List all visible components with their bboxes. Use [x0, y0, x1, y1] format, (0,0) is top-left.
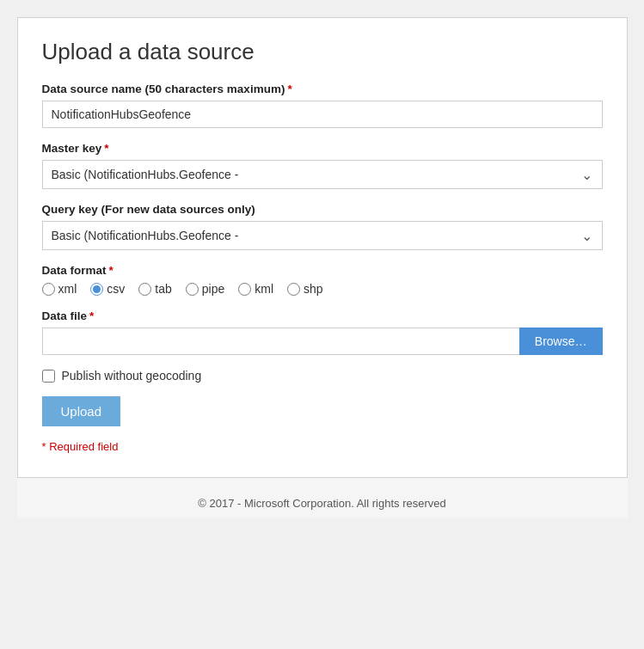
upload-button[interactable]: Upload — [42, 396, 121, 426]
page-wrapper: Upload a data source Data source name (5… — [17, 17, 628, 518]
radio-label-pipe: pipe — [202, 282, 224, 296]
data-format-label: Data format* — [42, 264, 603, 277]
data-format-group: Data format* xml csv tab pipe — [42, 264, 603, 296]
master-key-select-wrapper: Basic (NotificationHubs.Geofence - ⌄ — [42, 160, 603, 189]
master-key-select[interactable]: Basic (NotificationHubs.Geofence - — [42, 160, 603, 189]
footer: © 2017 - Microsoft Corporation. All righ… — [17, 478, 628, 518]
data-file-input[interactable] — [42, 328, 519, 355]
data-file-group: Data file* Browse… — [42, 309, 603, 355]
publish-geocoding-checkbox[interactable] — [42, 370, 55, 383]
master-key-group: Master key* Basic (NotificationHubs.Geof… — [42, 142, 603, 189]
radio-pipe[interactable] — [186, 283, 199, 296]
radio-label-tab: tab — [155, 282, 171, 296]
radio-kml[interactable] — [238, 283, 251, 296]
radio-item-shp[interactable]: shp — [287, 282, 323, 296]
query-key-select[interactable]: Basic (NotificationHubs.Geofence - — [42, 221, 603, 250]
browse-button[interactable]: Browse… — [519, 328, 603, 355]
data-file-label: Data file* — [42, 309, 603, 322]
required-star-name: * — [287, 83, 291, 95]
form-card: Upload a data source Data source name (5… — [17, 17, 628, 478]
radio-label-csv: csv — [107, 282, 125, 296]
radio-item-kml[interactable]: kml — [238, 282, 273, 296]
query-key-group: Query key (For new data sources only) Ba… — [42, 203, 603, 250]
radio-item-tab[interactable]: tab — [138, 282, 171, 296]
radio-tab[interactable] — [138, 283, 151, 296]
required-star-master: * — [104, 142, 108, 155]
publish-geocoding-row: Publish without geocoding — [42, 369, 603, 383]
query-key-select-wrapper: Basic (NotificationHubs.Geofence - ⌄ — [42, 221, 603, 250]
data-source-name-label: Data source name (50 characters maximum)… — [42, 83, 603, 95]
page-title: Upload a data source — [42, 39, 603, 65]
publish-geocoding-label[interactable]: Publish without geocoding — [62, 369, 202, 383]
required-star-file: * — [89, 309, 94, 322]
radio-item-xml[interactable]: xml — [42, 282, 77, 296]
data-source-name-input[interactable] — [42, 101, 603, 128]
required-field-note: * Required field — [42, 440, 603, 453]
file-input-row: Browse… — [42, 328, 603, 355]
master-key-label: Master key* — [42, 142, 603, 155]
radio-item-pipe[interactable]: pipe — [186, 282, 224, 296]
radio-label-kml: kml — [255, 282, 273, 296]
radio-label-xml: xml — [58, 282, 77, 296]
radio-item-csv[interactable]: csv — [90, 282, 125, 296]
data-source-name-group: Data source name (50 characters maximum)… — [42, 83, 603, 128]
radio-csv[interactable] — [90, 283, 103, 296]
radio-shp[interactable] — [287, 283, 300, 296]
data-format-radio-group: xml csv tab pipe kml — [42, 282, 603, 296]
radio-label-shp: shp — [304, 282, 323, 296]
required-star-format: * — [109, 264, 113, 277]
radio-xml[interactable] — [42, 283, 55, 296]
query-key-label: Query key (For new data sources only) — [42, 203, 603, 216]
